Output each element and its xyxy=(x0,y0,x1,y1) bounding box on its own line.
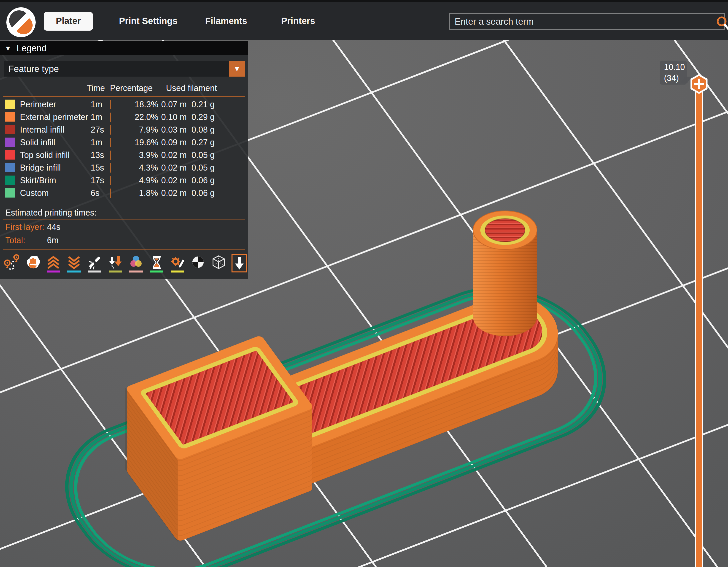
first-layer-label: First layer: xyxy=(5,222,47,232)
search-input[interactable] xyxy=(449,13,725,30)
feature-label: Top solid infill xyxy=(15,150,87,160)
feature-percentage: 3.9% xyxy=(135,150,158,160)
feature-time: 1m xyxy=(87,100,110,109)
feature-color-swatch xyxy=(5,188,15,198)
feature-row-perimeter[interactable]: Perimeter1m18.3%0.07 m0.21 g xyxy=(0,98,248,111)
app-logo-icon[interactable] xyxy=(6,7,36,38)
dropdown-arrow-icon[interactable]: ▼ xyxy=(229,61,245,77)
custom-gcode-icon[interactable] xyxy=(169,254,185,274)
tab-printers[interactable]: Printers xyxy=(262,12,334,31)
feature-time: 6s xyxy=(87,188,110,198)
main-tabs: Plater Print Settings Filaments Printers xyxy=(44,2,334,40)
percentage-bar xyxy=(110,125,135,134)
wipe-icon[interactable] xyxy=(25,254,41,274)
percentage-bar xyxy=(110,189,135,197)
feature-label: Perimeter xyxy=(15,100,87,109)
feature-used-grams: 0.21 g xyxy=(187,100,215,109)
view-type-dropdown[interactable]: Feature type ▼ xyxy=(4,61,245,77)
feature-percentage: 1.8% xyxy=(135,188,158,198)
total-label: Total: xyxy=(5,236,47,245)
feature-color-swatch xyxy=(5,112,15,122)
percentage-bar xyxy=(110,151,135,159)
tool-changes-icon[interactable] xyxy=(107,254,123,274)
feature-percentage: 22.0% xyxy=(135,112,158,122)
feature-used-grams: 0.29 g xyxy=(187,112,215,122)
top-bar: Plater Print Settings Filaments Printers xyxy=(0,0,728,40)
retractions-icon[interactable] xyxy=(45,254,61,274)
first-layer-row: First layer: 44s xyxy=(0,220,248,234)
feature-color-swatch xyxy=(5,138,15,147)
feature-used-meters: 0.02 m xyxy=(158,150,187,160)
feature-used-grams: 0.05 g xyxy=(187,163,215,173)
legend-title: Legend xyxy=(17,43,47,54)
feature-color-swatch xyxy=(5,176,15,185)
deretractions-icon[interactable] xyxy=(66,254,82,274)
feature-label: Bridge infill xyxy=(15,163,87,173)
color-changes-icon[interactable] xyxy=(128,254,144,274)
feature-percentage: 18.3% xyxy=(135,100,158,109)
legend-header[interactable]: ▼ Legend xyxy=(0,41,248,55)
feature-percentage: 19.6% xyxy=(135,138,158,147)
legend-panel: ▼ Legend Feature type ▼ Time Percentage … xyxy=(0,41,248,279)
feature-used-meters: 0.02 m xyxy=(158,188,187,198)
shells-icon[interactable] xyxy=(211,254,227,274)
feature-time: 13s xyxy=(87,150,110,160)
feature-used-meters: 0.10 m xyxy=(158,112,187,122)
feature-used-meters: 0.09 m xyxy=(158,138,187,147)
feature-percentage: 4.9% xyxy=(135,176,158,185)
tool-marker-icon[interactable] xyxy=(231,254,247,274)
model-cylinder[interactable] xyxy=(473,211,537,336)
first-layer-value: 44s xyxy=(47,222,60,232)
feature-row-external-perimeter[interactable]: External perimeter1m22.0%0.10 m0.29 g xyxy=(0,111,248,123)
feature-label: Skirt/Brim xyxy=(15,176,87,185)
feature-percentage: 4.3% xyxy=(135,163,158,173)
feature-used-meters: 0.07 m xyxy=(158,100,187,109)
view-options-toolbar xyxy=(0,250,248,279)
feature-row-solid-infill[interactable]: Solid infill1m19.6%0.09 m0.27 g xyxy=(0,136,248,149)
feature-used-grams: 0.06 g xyxy=(187,188,215,198)
search-box xyxy=(449,13,725,30)
layer-slider-tooltip: 10.10 (34) xyxy=(660,61,687,85)
feature-label: Custom xyxy=(15,188,87,198)
feature-used-meters: 0.02 m xyxy=(158,176,187,185)
feature-time: 27s xyxy=(87,125,110,135)
seams-icon[interactable] xyxy=(87,254,103,274)
feature-color-swatch xyxy=(5,100,15,109)
feature-row-custom[interactable]: Custom6s1.8%0.02 m0.06 g xyxy=(0,187,248,199)
feature-row-skirt-brim[interactable]: Skirt/Brim17s4.9%0.02 m0.06 g xyxy=(0,174,248,187)
collapse-triangle-icon: ▼ xyxy=(5,45,11,52)
search-icon[interactable] xyxy=(715,15,728,30)
feature-time: 15s xyxy=(87,163,110,173)
estimated-times-title: Estimated printing times: xyxy=(0,199,248,218)
feature-row-internal-infill[interactable]: Internal infill27s7.9%0.03 m0.08 g xyxy=(0,123,248,136)
feature-label: External perimeter xyxy=(15,112,87,122)
feature-color-swatch xyxy=(5,150,15,160)
feature-time: 17s xyxy=(87,176,110,185)
col-time: Time xyxy=(87,83,110,93)
tab-print-settings[interactable]: Print Settings xyxy=(106,12,190,31)
layer-slider-handle[interactable] xyxy=(690,74,708,94)
tab-plater[interactable]: Plater xyxy=(44,12,93,31)
percentage-bar xyxy=(110,163,135,172)
feature-time: 1m xyxy=(87,138,110,147)
feature-used-grams: 0.27 g xyxy=(187,138,215,147)
percentage-bar xyxy=(110,100,135,109)
total-value: 6m xyxy=(47,236,59,245)
layer-slider-track[interactable] xyxy=(695,84,703,567)
feature-rows: Perimeter1m18.3%0.07 m0.21 gExternal per… xyxy=(0,97,248,199)
percentage-bar xyxy=(110,113,135,121)
feature-label: Internal infill xyxy=(15,125,87,135)
feature-used-grams: 0.08 g xyxy=(187,125,215,135)
feature-row-top-solid-infill[interactable]: Top solid infill13s3.9%0.02 m0.05 g xyxy=(0,149,248,161)
tab-filaments[interactable]: Filaments xyxy=(190,12,262,31)
feature-row-bridge-infill[interactable]: Bridge infill15s4.3%0.02 m0.05 g xyxy=(0,161,248,174)
travel-paths-icon[interactable] xyxy=(4,254,20,274)
col-percentage: Percentage xyxy=(110,83,158,93)
view-type-value: Feature type xyxy=(4,64,59,74)
center-of-mass-icon[interactable] xyxy=(190,254,206,274)
feature-color-swatch xyxy=(5,163,15,172)
feature-used-grams: 0.05 g xyxy=(187,150,215,160)
percentage-bar xyxy=(110,176,135,185)
feature-label: Solid infill xyxy=(15,138,87,147)
pause-prints-icon[interactable] xyxy=(149,254,165,274)
